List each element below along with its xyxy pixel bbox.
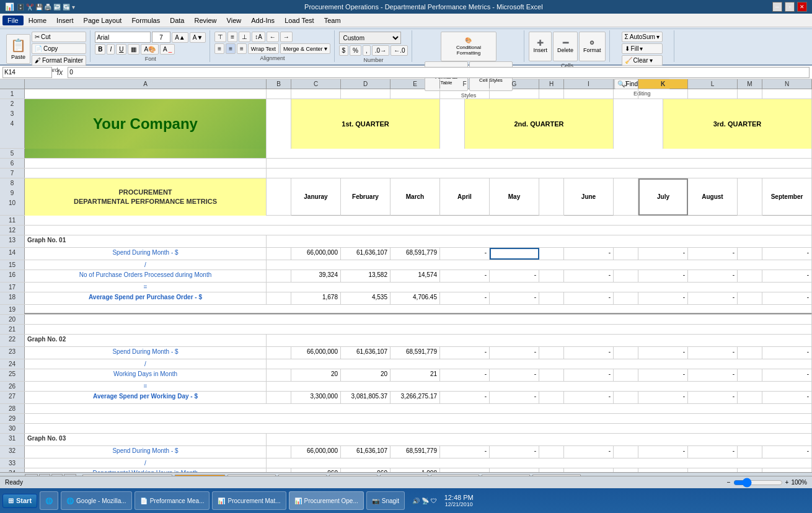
col-header-D[interactable]: D: [341, 79, 391, 89]
cell-D1[interactable]: [341, 89, 391, 99]
col-header-I[interactable]: I: [564, 79, 614, 89]
g2-h23[interactable]: [539, 347, 564, 359]
company-name-cell[interactable]: Your Company: [25, 99, 267, 149]
comma-button[interactable]: ,: [363, 45, 371, 56]
g2-m23[interactable]: [738, 347, 762, 359]
col-header-K[interactable]: K: [638, 79, 688, 89]
cell-rest-5[interactable]: [267, 149, 812, 158]
cell-H1[interactable]: [539, 89, 564, 99]
col-header-B[interactable]: B: [267, 79, 291, 89]
cell-H2[interactable]: [440, 99, 465, 149]
g1-jan-avg[interactable]: 1,678: [291, 292, 341, 304]
g2-sep-avg[interactable]: -: [762, 392, 812, 403]
g2-wdays-label[interactable]: Working Days in Month: [25, 369, 267, 381]
g2-jan-wd[interactable]: 20: [291, 369, 341, 381]
g2-sep-spend[interactable]: -: [762, 347, 812, 359]
col-header-E[interactable]: E: [391, 79, 440, 89]
cell-rest-6[interactable]: [267, 159, 812, 168]
insert-button[interactable]: ➕ Insert: [529, 32, 552, 61]
g2-h25[interactable]: [539, 369, 564, 381]
g2-m27[interactable]: [738, 392, 762, 403]
minimize-btn[interactable]: ─: [772, 2, 782, 12]
wrap-text-button[interactable]: Wrap Text: [248, 43, 279, 54]
g1-jul-po[interactable]: -: [638, 270, 688, 282]
cell-rest-7[interactable]: [267, 169, 812, 178]
decimal-increase-button[interactable]: .0→: [372, 45, 389, 56]
g1-feb-avg[interactable]: 4,535: [341, 292, 391, 304]
g2-j25[interactable]: [614, 369, 638, 381]
g1-avg-label[interactable]: Average Spend per Purchase Order - $: [25, 292, 267, 304]
col-header-N[interactable]: N: [762, 79, 812, 89]
g2-jul-avg[interactable]: -: [638, 392, 688, 403]
row11-cells[interactable]: [25, 216, 812, 225]
g2-j27[interactable]: [614, 392, 638, 403]
g1-po-label[interactable]: No of Purchase Orders Processed during M…: [25, 270, 267, 282]
zoom-out-btn[interactable]: −: [727, 479, 731, 486]
menu-formulas[interactable]: Formulas: [126, 15, 165, 25]
cell-N1[interactable]: [762, 89, 812, 99]
g1-m16[interactable]: [738, 270, 762, 282]
g2-B25[interactable]: [267, 369, 291, 381]
g1-mar-po[interactable]: 14,574: [391, 270, 440, 282]
g1-m14[interactable]: [738, 248, 762, 260]
col-header-J[interactable]: J: [614, 79, 638, 89]
g1-B18[interactable]: [267, 292, 291, 304]
formula-input[interactable]: [68, 67, 810, 78]
number-format-select[interactable]: Custom: [339, 32, 401, 44]
cell-C1[interactable]: [291, 89, 341, 99]
g1-m18[interactable]: [738, 292, 762, 304]
row20-cells[interactable]: [25, 315, 812, 324]
col-header-A[interactable]: A: [25, 79, 267, 89]
row30-cells[interactable]: [25, 424, 812, 433]
taskbar-snagit[interactable]: 📷 Snagit: [366, 491, 405, 510]
g3-feb-spend[interactable]: 61,636,107: [341, 446, 391, 458]
font-grow-button[interactable]: A▲: [172, 32, 188, 43]
cell-B1[interactable]: [267, 89, 291, 99]
row15-rest[interactable]: [267, 260, 812, 270]
q1-header[interactable]: 1st. QUARTER: [291, 99, 440, 149]
cell-J8[interactable]: [614, 178, 638, 216]
g1-jun-spend[interactable]: -: [564, 248, 614, 260]
col-header-F[interactable]: F: [440, 79, 490, 89]
g2-eq[interactable]: =: [25, 382, 267, 391]
g1-spend-label[interactable]: Spend During Month - $: [25, 248, 267, 260]
cell-H8[interactable]: [539, 178, 564, 216]
border-button[interactable]: ▦: [128, 44, 139, 55]
g1-apr-spend[interactable]: -: [440, 248, 490, 260]
g2-feb-wd[interactable]: 20: [341, 369, 391, 381]
g1-B16[interactable]: [267, 270, 291, 282]
g1-sep-spend[interactable]: -: [762, 248, 812, 260]
cell-A5[interactable]: [25, 149, 267, 158]
g3-div[interactable]: /: [25, 458, 267, 468]
row13-rest[interactable]: [267, 235, 812, 247]
g2-jun-wd[interactable]: -: [564, 369, 614, 381]
g1-h16[interactable]: [539, 270, 564, 282]
taskbar-mozilla[interactable]: 🌐 Google - Mozilla...: [61, 491, 132, 510]
menu-review[interactable]: Review: [189, 15, 221, 25]
month-jan[interactable]: Januray: [291, 178, 341, 216]
cell-E1[interactable]: [391, 89, 440, 99]
underline-button[interactable]: U: [116, 44, 126, 55]
row22-rest[interactable]: [267, 335, 812, 346]
cell-N2[interactable]: [614, 99, 663, 149]
g2-apr-wd[interactable]: -: [440, 369, 490, 381]
col-header-H[interactable]: H: [539, 79, 564, 89]
row33-rest[interactable]: [267, 458, 812, 468]
cell-G1[interactable]: [490, 89, 539, 99]
cell-A6[interactable]: [25, 159, 267, 168]
month-aug[interactable]: August: [688, 178, 738, 216]
align-center-button[interactable]: ≡: [226, 43, 236, 54]
g1-jul-spend[interactable]: -: [638, 248, 688, 260]
g1-sep-po[interactable]: -: [762, 270, 812, 282]
menu-file[interactable]: File: [2, 15, 24, 25]
row28-cells[interactable]: [25, 404, 812, 413]
align-middle-button[interactable]: ≡: [227, 32, 237, 42]
restore-btn[interactable]: ▫: [785, 2, 795, 12]
g1-may-avg[interactable]: -: [490, 292, 539, 304]
g1-mar-spend[interactable]: 68,591,779: [391, 248, 440, 260]
month-may[interactable]: May: [490, 178, 539, 216]
taskbar-ie[interactable]: 🌐: [40, 491, 58, 510]
g3-m32[interactable]: [738, 446, 762, 458]
g3-B32[interactable]: [267, 446, 291, 458]
g2-jul-spend[interactable]: -: [638, 347, 688, 359]
